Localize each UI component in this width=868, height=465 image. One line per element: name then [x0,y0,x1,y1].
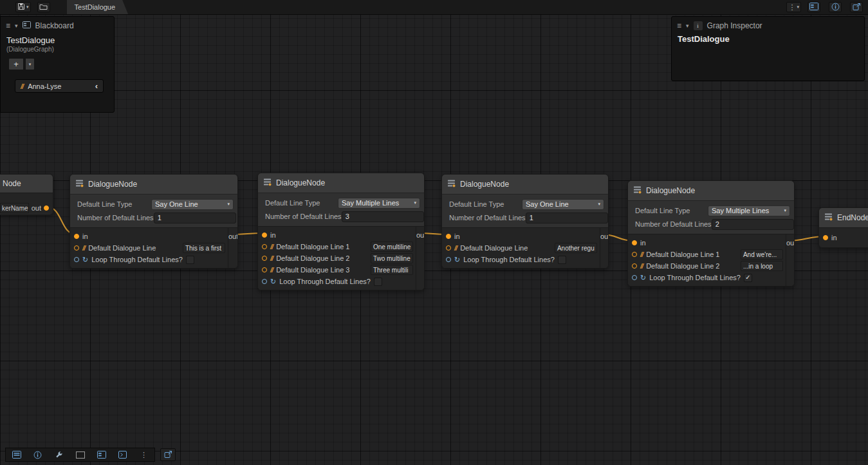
console-list-button[interactable] [6,448,27,461]
loop-port[interactable] [446,257,451,262]
inspector-menu-icon[interactable]: ≡ [677,21,681,30]
num-lines-label: Number of Default Lines [262,213,342,220]
property-expand-icon[interactable]: ‹ [95,81,98,91]
blackboard-title: Blackboard [35,21,74,30]
node-title-bar[interactable]: DialogueNode [442,175,608,194]
inspector-header[interactable]: ≡ ▾ i Graph Inspector [672,17,864,33]
end-node[interactable]: EndNode in [818,207,868,248]
blackboard-menu-icon[interactable]: ≡ [6,21,10,30]
dialogue-node-2[interactable]: DialogueNode Default Line Type Say Multi… [257,173,425,290]
dialogue-node-icon [263,178,272,188]
blackboard-graph-name: TestDialogue [1,33,114,45]
dialogue-node-4[interactable]: DialogueNode Default Line Type Say Multi… [627,180,795,287]
top-toolbar: ▾ TestDialogue ⋮ ▾ [0,0,868,15]
line-value-field[interactable]: Three multili [371,265,413,275]
line-type-dropdown[interactable]: Say One Line ▾ [522,199,604,210]
num-lines-value: 1 [530,214,533,222]
line-value-field[interactable]: This is a first [183,243,225,253]
info-button[interactable] [27,448,48,461]
line-value-field[interactable]: And we're... [741,249,783,260]
line-type-label: Default Line Type [262,199,338,207]
num-lines-field[interactable]: 1 [154,213,236,223]
node-title-bar[interactable]: DialogueNode [258,173,424,193]
tools-button[interactable] [48,448,69,461]
loop-port[interactable] [632,275,637,280]
line-type-value: Say One Line [155,200,198,208]
blackboard-toggle-button[interactable] [91,448,112,461]
dialogue-node-3[interactable]: DialogueNode Default Line Type Say One L… [441,174,609,269]
add-property-dropdown[interactable]: ▾ [25,58,35,70]
in-port[interactable] [446,234,451,239]
line-port[interactable] [74,245,79,251]
inspector-title: Graph Inspector [707,21,762,30]
line-port[interactable] [632,263,637,269]
preview-button[interactable] [112,448,133,461]
inspector-collapse-icon[interactable]: ▾ [686,23,689,29]
num-lines-field[interactable]: 3 [342,211,424,222]
frame-button[interactable] [69,448,91,461]
num-lines-field[interactable]: 2 [712,219,794,230]
line-type-dropdown[interactable]: Say Multiple Lines ▾ [708,205,790,216]
num-lines-field[interactable]: 1 [526,213,608,223]
blackboard-panel-icon [23,21,31,30]
folder-icon [39,3,48,12]
save-dropdown-icon[interactable]: ▾ [26,5,29,10]
speaker-out-port[interactable] [44,205,49,211]
loop-port[interactable] [262,279,267,284]
blackboard-collapse-icon[interactable]: ▾ [15,23,18,29]
end-node-icon [824,213,833,223]
graph-tab[interactable]: TestDialogue [67,0,129,14]
dialogue-node-1[interactable]: DialogueNode Default Line Type Say One L… [69,174,238,269]
line-port[interactable] [262,256,267,261]
in-port[interactable] [632,240,637,245]
line-port[interactable] [262,267,267,272]
line-port[interactable] [446,245,451,251]
caret-down-icon: ▾ [29,62,32,67]
line-value-field[interactable]: One multiline [371,242,413,252]
more-options-button[interactable]: ⋮ [133,448,154,461]
speaker-node-title[interactable]: Node [0,175,53,193]
speaker-node[interactable]: Node kerName out [0,174,53,215]
open-asset-button[interactable] [37,2,50,12]
line-value-field[interactable]: Another regu [555,243,597,253]
line-value: Another regu [557,245,595,252]
out-port-label: out [600,232,609,240]
loop-checkbox[interactable] [558,256,566,264]
node-title-bar[interactable]: DialogueNode [70,175,237,194]
loop-checkbox[interactable]: ✓ [744,274,752,282]
toggle-minimap-button[interactable] [850,2,863,12]
line-type-dropdown[interactable]: Say Multiple Lines ▾ [338,198,420,209]
blackboard-property-anna-lyse[interactable]: // Anna-Lyse ‹ [15,79,104,93]
toggle-inspector-button[interactable] [829,2,842,12]
in-port[interactable] [262,232,267,238]
save-icon [17,3,25,12]
in-port[interactable] [74,234,79,239]
node-title-label: DialogueNode [88,180,137,189]
save-button[interactable]: ▾ [15,2,31,12]
line-type-label: Default Line Type [74,200,151,208]
add-property-button[interactable]: + [8,58,24,70]
num-lines-value: 2 [716,220,719,228]
speaker-name-field[interactable]: kerName [0,203,29,213]
line-label: Default Dialogue Line 2 [646,262,719,270]
line-value-field[interactable]: Two multiline [371,253,413,263]
blackboard-header[interactable]: ≡ ▾ Blackboard [1,17,114,33]
line-value-field[interactable]: ...in a loop [741,261,783,271]
options-menu-button[interactable]: ⋮ ▾ [786,2,801,12]
loop-port[interactable] [74,257,79,262]
open-external-button[interactable] [160,448,176,461]
node-title-bar[interactable]: EndNode [819,208,868,227]
blackboard-panel[interactable]: ≡ ▾ Blackboard TestDialogue (DialogueGra… [0,16,115,113]
toggle-blackboard-button[interactable] [808,2,820,12]
line-type-dropdown[interactable]: Say One Line ▾ [151,199,234,210]
line-port[interactable] [632,252,637,257]
num-lines-label: Number of Default Lines [632,220,712,228]
loop-checkbox[interactable] [186,256,194,264]
quote-icon: // [640,251,643,258]
line-port[interactable] [262,244,267,249]
graph-inspector-panel[interactable]: ≡ ▾ i Graph Inspector TestDialogue [671,16,865,81]
in-port[interactable] [823,235,828,240]
node-title-bar[interactable]: DialogueNode [628,181,794,200]
dialogue-node-icon [75,179,84,189]
loop-checkbox[interactable] [374,278,382,286]
